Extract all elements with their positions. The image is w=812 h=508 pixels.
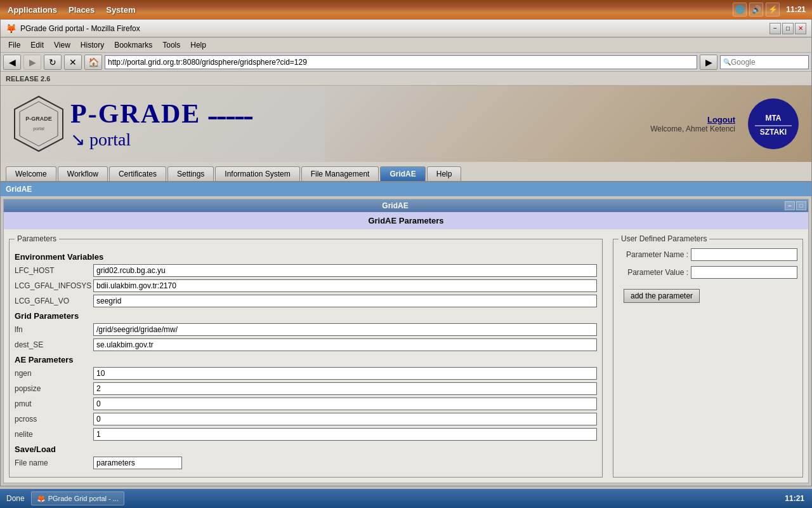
logout-link[interactable]: Logout [650, 115, 735, 124]
browser-titlebar: 🦊 PGrade Grid portal - Mozilla Firefox −… [1, 20, 811, 37]
save-load-heading: Save/Load [15, 444, 597, 454]
system-clock: 11:21 [782, 5, 809, 14]
svg-text:portal: portal [33, 126, 44, 131]
battery-icon: ⚡ [766, 3, 780, 17]
reload-button[interactable]: ↻ [44, 55, 62, 70]
tab-settings[interactable]: Settings [167, 166, 214, 181]
breadcrumb: GridAE [1, 182, 811, 196]
filename-label: File name [15, 458, 91, 467]
user-param-value-row: Parameter Value : [619, 266, 797, 279]
os-system-menu[interactable]: System [101, 4, 140, 16]
param-row-lcg-gfal-vo: LCG_GFAL_VO [15, 295, 597, 307]
panel-maximize-button[interactable]: □ [796, 201, 806, 210]
tab-information-system[interactable]: Information System [215, 166, 299, 181]
firefox-icon: 🦊 [6, 23, 16, 34]
os-topbar: Applications Places System 🌐 🔊 ⚡ 11:21 [0, 0, 812, 19]
lcg-gfal-infosys-input[interactable] [93, 279, 597, 292]
param-row-ngen: ngen [15, 367, 597, 380]
user-param-value-label: Parameter Value : [619, 268, 688, 277]
tab-workflow[interactable]: Workflow [58, 166, 108, 181]
stop-button[interactable]: ✕ [64, 55, 82, 70]
network-icon: 🌐 [733, 3, 747, 17]
pmut-input[interactable] [93, 398, 597, 410]
param-row-filename: File name [15, 457, 597, 469]
restore-button[interactable]: □ [782, 23, 794, 34]
lfc-host-input[interactable] [93, 264, 597, 277]
go-button[interactable]: ▶ [700, 55, 717, 70]
param-row-pcross: pcross [15, 413, 597, 425]
filename-input[interactable] [93, 457, 182, 469]
popsize-input[interactable] [93, 382, 597, 395]
home-button[interactable]: 🏠 [84, 55, 102, 70]
view-menu[interactable]: View [49, 39, 75, 51]
svg-text:SZTAKI: SZTAKI [760, 128, 787, 137]
param-row-dest-se: dest_SE [15, 338, 597, 351]
lfn-label: lfn [15, 325, 91, 334]
user-param-value-input[interactable] [691, 266, 797, 279]
user-defined-legend: User Defined Parameters [619, 234, 709, 243]
ngen-input[interactable] [93, 367, 597, 380]
lcg-gfal-vo-label: LCG_GFAL_VO [15, 297, 91, 305]
param-row-pmut: pmut [15, 398, 597, 410]
panel-minimize-button[interactable]: − [785, 201, 795, 210]
svg-text:MTA: MTA [765, 114, 781, 123]
bookmarks-menu[interactable]: Bookmarks [109, 39, 157, 51]
minimize-button[interactable]: − [769, 23, 781, 34]
nelite-input[interactable] [93, 428, 597, 441]
panel-titlebar: GridAE − □ [4, 199, 808, 212]
back-button[interactable]: ◀ [3, 55, 21, 70]
logo-hex-icon: P-GRADE portal [13, 95, 64, 152]
param-row-lcg-gfal-infosys: LCG_GFAL_INFOSYS [15, 279, 597, 292]
tab-welcome[interactable]: Welcome [6, 166, 56, 181]
address-bar[interactable] [105, 55, 697, 69]
sound-icon: 🔊 [749, 3, 763, 17]
search-input[interactable] [731, 58, 806, 67]
taskbar-browser-item[interactable]: 🦊 PGrade Grid portal - ... [31, 491, 124, 505]
add-parameter-button[interactable]: add the parameter [624, 289, 700, 303]
tools-menu[interactable]: Tools [157, 39, 185, 51]
tab-certificates[interactable]: Certificates [109, 166, 166, 181]
taskbar: Done 🦊 PGrade Grid portal - ... 11:21 [0, 489, 812, 508]
file-menu[interactable]: File [3, 39, 25, 51]
user-param-name-input[interactable] [691, 248, 797, 261]
user-defined-fieldset: User Defined Parameters Parameter Name :… [613, 234, 803, 478]
pmut-label: pmut [15, 399, 91, 408]
dest-se-label: dest_SE [15, 340, 91, 349]
tab-file-management[interactable]: File Management [301, 166, 379, 181]
forward-button[interactable]: ▶ [23, 55, 41, 70]
panel-controls: − □ [785, 201, 806, 210]
gridae-panel: GridAE − □ GridAE Parameters Parameters … [3, 199, 809, 483]
lfc-host-label: LFC_HOST [15, 266, 91, 275]
lfn-input[interactable] [93, 323, 597, 336]
help-menu[interactable]: Help [185, 39, 211, 51]
history-menu[interactable]: History [75, 39, 109, 51]
svg-marker-0 [15, 97, 63, 151]
firefox-taskbar-icon: 🦊 [37, 495, 46, 503]
ae-params-heading: AE Parameters [15, 355, 597, 364]
panel-body: Parameters Environment Variables LFC_HOS… [4, 229, 808, 483]
breadcrumb-text: GridAE [6, 185, 32, 194]
lcg-gfal-infosys-label: LCG_GFAL_INFOSYS [15, 281, 91, 290]
release-label: RELEASE 2.6 [6, 75, 50, 83]
nelite-label: nelite [15, 430, 91, 439]
search-icon: 🔍 [723, 58, 731, 65]
pgrade-portal: ↘ portal [70, 129, 253, 150]
edit-menu[interactable]: Edit [25, 39, 49, 51]
os-applications-menu[interactable]: Applications [3, 4, 62, 16]
user-param-name-label: Parameter Name : [619, 250, 688, 259]
svg-text:P-GRADE: P-GRADE [25, 116, 52, 122]
close-button[interactable]: ✕ [795, 23, 806, 34]
param-row-popsize: popsize [15, 382, 597, 395]
tab-gridae[interactable]: GridAE [380, 166, 425, 181]
os-places-menu[interactable]: Places [63, 4, 100, 16]
parameters-legend: Parameters [15, 234, 59, 243]
url-input[interactable] [108, 58, 694, 67]
portal-right-section: Logout Welcome, Ahmet Ketenci MTA SZTAKI [650, 98, 799, 149]
pcross-input[interactable] [93, 413, 597, 425]
search-box[interactable]: 🔍 [720, 55, 809, 69]
lcg-gfal-vo-input[interactable] [93, 295, 597, 307]
tab-help[interactable]: Help [427, 166, 462, 181]
pcross-label: pcross [15, 415, 91, 424]
dest-se-input[interactable] [93, 338, 597, 351]
panel-title: GridAE [6, 201, 785, 210]
